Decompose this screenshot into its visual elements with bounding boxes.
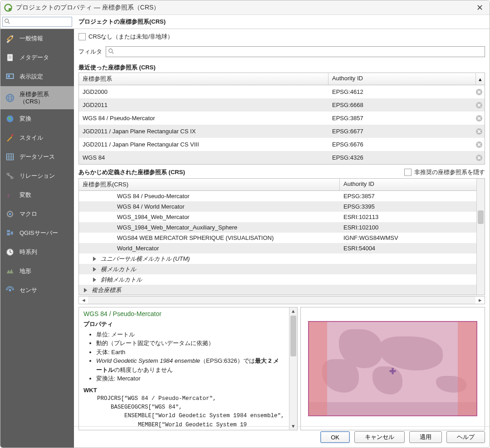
predef-hscroll[interactable]: ◂ ▸ xyxy=(78,296,485,304)
help-button[interactable]: ヘルプ xyxy=(446,431,485,443)
globe-icon xyxy=(5,93,15,103)
crs-auth-cell: ESRI:54004 xyxy=(340,245,476,252)
sidebar-item-label: QGISサーバー xyxy=(20,229,69,237)
tree-group-row[interactable]: 複合座標系 xyxy=(79,285,476,295)
table-row[interactable]: JGD2011 / Japan Plane Rectangular CS VII… xyxy=(79,138,485,151)
col-auth-header[interactable]: Authority ID xyxy=(328,73,475,85)
properties-list: 単位: メートル動的（プレート固定でないデータムに依拠）天体: EarthWor… xyxy=(96,330,284,383)
clock-icon xyxy=(5,247,15,257)
sidebar-item-label: 表示設定 xyxy=(20,73,69,80)
tree-item-row[interactable]: WGS_1984_Web_Mercator_Auxiliary_SphereES… xyxy=(79,222,476,233)
sidebar-item-qgisserver[interactable]: QGISサーバー xyxy=(0,224,74,243)
sidebar-search-input[interactable] xyxy=(2,17,72,27)
svg-point-27 xyxy=(9,213,11,215)
tree-item-row[interactable]: World_MercatorESRI:54004 xyxy=(79,243,476,253)
remove-recent-icon[interactable] xyxy=(474,115,485,122)
crs-name-cell: JGD2000 xyxy=(79,88,328,95)
scroll-left-icon[interactable]: ◂ xyxy=(79,297,88,303)
tree-group-row[interactable]: ユニバーサル横メルカトル (UTM) xyxy=(79,253,476,264)
sidebar-item-crs[interactable]: 座標参照系（CRS） xyxy=(0,86,74,109)
wrench-icon xyxy=(5,34,15,44)
apply-button[interactable]: 適用 xyxy=(409,431,442,443)
predef-table: 座標参照系(CRS) Authority ID WGS 84 / Pseudo-… xyxy=(78,178,485,295)
sidebar-item-relations[interactable]: リレーション xyxy=(0,166,74,185)
sidebar-item-label: 地形 xyxy=(20,268,69,275)
crs-auth-cell: IGNF:WGS84WMSV xyxy=(340,234,476,241)
tree-item-row[interactable]: WGS_1984_Web_MercatorESRI:102113 xyxy=(79,212,476,222)
remove-recent-icon[interactable] xyxy=(474,102,485,109)
close-icon[interactable]: ✕ xyxy=(474,2,486,14)
crs-auth-cell: EPSG:6677 xyxy=(328,128,474,135)
crs-name-cell: WGS 84 / Pseudo-Mercator xyxy=(115,193,340,200)
scroll-down-icon[interactable]: ▾ xyxy=(289,423,297,430)
sidebar-item-macros[interactable]: マクロ xyxy=(0,205,74,224)
predef-scrollbar[interactable] xyxy=(476,179,485,295)
cancel-button[interactable]: キャンセル xyxy=(354,431,405,443)
tree-item-row[interactable]: WGS84 WEB MERCATOR SPHERIQUE (VISUALISAT… xyxy=(79,233,476,243)
brush-icon xyxy=(5,133,15,143)
gear-icon xyxy=(5,209,15,219)
expand-icon[interactable] xyxy=(84,288,87,292)
scroll-up-icon[interactable]: ▴ xyxy=(475,73,485,85)
tree-item-row[interactable]: WGS 84 / Pseudo-MercatorEPSG:3857 xyxy=(79,191,476,201)
expand-icon[interactable] xyxy=(93,267,96,272)
filter-input[interactable] xyxy=(106,46,485,57)
hscroll-track[interactable] xyxy=(88,297,475,304)
sidebar-item-styles[interactable]: スタイル xyxy=(0,128,74,147)
table-row[interactable]: JGD2011 / Japan Plane Rectangular CS IXE… xyxy=(79,125,485,138)
remove-recent-icon[interactable] xyxy=(474,128,485,135)
info-scrollbar[interactable]: ▴ ▾ xyxy=(289,307,297,430)
tree-group-row[interactable]: 横メルカトル xyxy=(79,264,476,274)
table-row[interactable]: JGD2011EPSG:6668 xyxy=(79,98,485,112)
crs-auth-cell: EPSG:3857 xyxy=(340,193,476,200)
sidebar-item-label: 時系列 xyxy=(20,248,69,256)
property-item: 単位: メートル xyxy=(96,330,284,339)
table-row[interactable]: WGS 84 / Pseudo-MercatorEPSG:3857 xyxy=(79,112,485,125)
col-crs-header[interactable]: 座標参照系 xyxy=(79,73,328,85)
svg-text:ε: ε xyxy=(7,191,10,199)
sidebar-item-general[interactable]: 一般情報 xyxy=(0,29,74,48)
remove-recent-icon[interactable] xyxy=(474,88,485,96)
sidebar-item-sensors[interactable]: センサ xyxy=(0,281,74,300)
grid-icon xyxy=(5,152,15,162)
relations-icon xyxy=(5,171,15,181)
filter-label: フィルタ xyxy=(78,48,102,56)
server-icon xyxy=(5,228,15,238)
expand-icon[interactable] xyxy=(93,257,96,261)
crs-name-cell: WGS 84 / World Mercator xyxy=(115,203,340,210)
sidebar-item-terrain[interactable]: 地形 xyxy=(0,262,74,281)
sidebar-item-transform[interactable]: 変換 xyxy=(0,109,74,128)
sidebar-item-metadata[interactable]: メタデータ xyxy=(0,48,74,67)
recent-table: 座標参照系 Authority ID ▴ JGD2000EPSG:4612JGD… xyxy=(78,73,485,165)
scroll-right-icon[interactable]: ▸ xyxy=(475,297,485,303)
property-item: 動的（プレート固定でないデータムに依拠） xyxy=(96,339,284,348)
sidebar-item-label: スタイル xyxy=(20,134,69,141)
crs-name-cell: JGD2011 / Japan Plane Rectangular CS IX xyxy=(79,128,328,135)
filter-row: フィルタ xyxy=(74,44,490,61)
sidebar-item-variables[interactable]: ε 変数 xyxy=(0,185,74,205)
col-auth2-header[interactable]: Authority ID xyxy=(340,179,476,190)
table-row[interactable]: JGD2000EPSG:4612 xyxy=(79,85,485,98)
sidebar-item-view[interactable]: 表示設定 xyxy=(0,67,74,86)
tree-group-row[interactable]: 斜軸メルカトル xyxy=(79,274,476,285)
titlebar: プロジェクトのプロパティ — 座標参照系（CRS） ✕ xyxy=(0,0,490,15)
table-row[interactable]: WGS 84EPSG:4326 xyxy=(79,151,485,164)
col-crs2-header[interactable]: 座標参照系(CRS) xyxy=(79,179,340,190)
search-icon xyxy=(108,48,114,54)
scroll-up-icon[interactable]: ▴ xyxy=(289,307,297,315)
svg-point-35 xyxy=(109,49,113,53)
dialog-window: プロジェクトのプロパティ — 座標参照系（CRS） ✕ 一般情報 メタデータ xyxy=(0,0,490,448)
terrain-icon xyxy=(5,266,15,276)
hide-deprecated-checkbox[interactable] xyxy=(404,169,412,176)
sidebar-item-label: メタデータ xyxy=(20,54,69,61)
remove-recent-icon[interactable] xyxy=(474,141,485,148)
sidebar-item-label: 変数 xyxy=(20,191,69,199)
sidebar-item-temporal[interactable]: 時系列 xyxy=(0,243,74,262)
ok-button[interactable]: OK xyxy=(320,431,350,443)
remove-recent-icon[interactable] xyxy=(474,154,485,161)
tree-item-row[interactable]: WGS 84 / World MercatorEPSG:3395 xyxy=(79,201,476,212)
crs-name-cell: 複合座標系 xyxy=(90,286,340,294)
no-crs-checkbox[interactable] xyxy=(78,33,86,40)
sidebar-item-datasources[interactable]: データソース xyxy=(0,147,74,166)
expand-icon[interactable] xyxy=(93,278,96,282)
